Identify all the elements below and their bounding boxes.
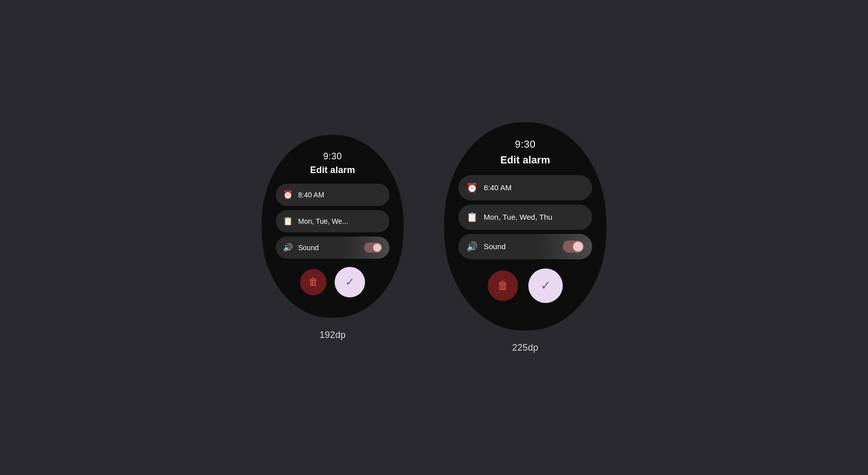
toggle-knob-1 (373, 244, 381, 252)
watch-face-192: 9:30 Edit alarm ⏰ 8:40 AM 📋 Mon, Tue, We… (262, 135, 404, 318)
sound-toggle-2[interactable] (563, 241, 584, 253)
menu-list-1: ⏰ 8:40 AM 📋 Mon, Tue, We... 🔊 Sound (276, 184, 389, 259)
schedule-row-2[interactable]: 📋 Mon, Tue, Wed, Thu (458, 205, 592, 230)
sound-row-1[interactable]: 🔊 Sound (276, 236, 389, 259)
schedule-label-2: Mon, Tue, Wed, Thu (484, 213, 584, 221)
confirm-button-2[interactable]: ✓ (528, 268, 563, 303)
calendar-icon-1: 📋 (283, 216, 293, 226)
delete-button-1[interactable]: 🗑 (300, 269, 327, 295)
sound-label-2: Sound (484, 242, 557, 251)
dp-label-2: 225dp (512, 343, 538, 353)
watch-container-192: 9:30 Edit alarm ⏰ 8:40 AM 📋 Mon, Tue, We… (262, 135, 404, 341)
bottom-buttons-2: 🗑 ✓ (488, 268, 563, 303)
watch-face-225: 9:30 Edit alarm ⏰ 8:40 AM 📋 Mon, Tue, We… (444, 122, 606, 330)
watch-container-225: 9:30 Edit alarm ⏰ 8:40 AM 📋 Mon, Tue, We… (444, 122, 606, 353)
alarm-time-row-1[interactable]: ⏰ 8:40 AM (276, 184, 389, 206)
alarm-time-label-1: 8:40 AM (298, 191, 382, 199)
alarm-time-label-2: 8:40 AM (484, 183, 584, 192)
sound-row-2[interactable]: 🔊 Sound (458, 234, 592, 259)
time-display-1: 9:30 (323, 151, 342, 162)
screen-title-1: Edit alarm (310, 165, 355, 176)
toggle-knob-2 (573, 242, 583, 252)
time-display-2: 9:30 (515, 139, 536, 150)
speaker-icon-2: 🔊 (466, 241, 478, 252)
schedule-label-1: Mon, Tue, We... (298, 217, 382, 225)
schedule-row-1[interactable]: 📋 Mon, Tue, We... (276, 210, 389, 232)
clock-icon-1: ⏰ (283, 190, 293, 199)
confirm-button-1[interactable]: ✓ (335, 267, 365, 297)
alarm-time-row-2[interactable]: ⏰ 8:40 AM (458, 175, 592, 200)
sound-label-1: Sound (298, 244, 359, 252)
delete-button-2[interactable]: 🗑 (488, 270, 518, 301)
calendar-icon-2: 📋 (466, 212, 478, 223)
bottom-buttons-1: 🗑 ✓ (300, 267, 365, 297)
sound-toggle-1[interactable] (364, 243, 382, 253)
screen-title-2: Edit alarm (500, 154, 551, 166)
menu-list-2: ⏰ 8:40 AM 📋 Mon, Tue, Wed, Thu 🔊 Sound (458, 175, 592, 259)
dp-label-1: 192dp (319, 330, 346, 341)
clock-icon-2: ⏰ (466, 182, 478, 193)
speaker-icon-1: 🔊 (283, 243, 293, 252)
